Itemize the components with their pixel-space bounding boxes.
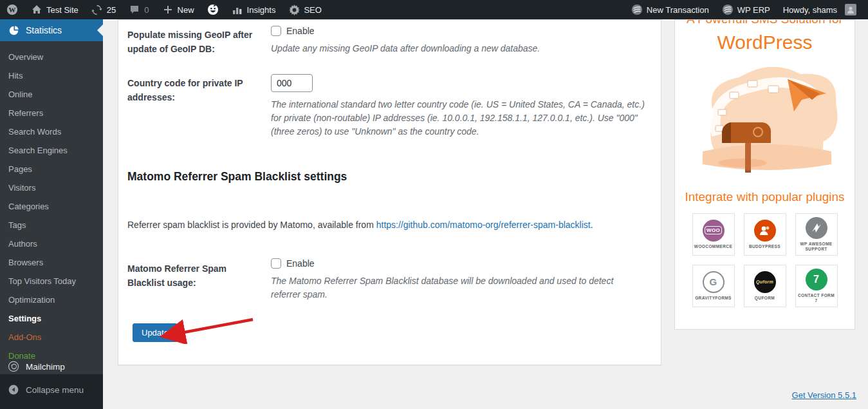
new-label: New bbox=[178, 5, 194, 15]
collapse-arrow-icon bbox=[8, 384, 19, 395]
geoip-enable-row: Enable bbox=[271, 26, 540, 36]
site-name-label: Test Site bbox=[46, 5, 78, 15]
plugin-grid: WOO WOOCOMMERCE BUDDYPRESS WP AWESOME SU… bbox=[675, 213, 854, 307]
wp-erp-label: WP ERP bbox=[737, 5, 770, 15]
sidebar-item-statistics[interactable]: Statistics bbox=[0, 19, 103, 41]
matomo-usage-field: Enable The Matomo Referrer Spam Blacklis… bbox=[271, 258, 644, 301]
seo-label: SEO bbox=[304, 5, 321, 15]
get-version-link[interactable]: Get Version 5.5.1 bbox=[792, 390, 856, 400]
geoip-enable-checkbox[interactable] bbox=[271, 26, 281, 36]
plugin-label: QUFORM bbox=[755, 296, 775, 301]
plugin-tile-gravityforms[interactable]: G GRAVITYFORMS bbox=[692, 265, 735, 307]
contact-form-7-logo-icon: 7 bbox=[806, 269, 827, 290]
sidebar-item-online[interactable]: Online bbox=[0, 85, 103, 104]
plugin-tile-buddypress[interactable]: BUDDYPRESS bbox=[744, 213, 786, 256]
mailchimp-icon bbox=[8, 361, 19, 372]
plugin-label: WOOCOMMERCE bbox=[694, 244, 732, 249]
wordpress-logo-icon: W bbox=[6, 4, 18, 15]
settings-card: Populate missing GeoIP after update of G… bbox=[118, 19, 661, 365]
plugin-tile-quform[interactable]: Quform QUFORM bbox=[744, 265, 786, 307]
statistics-submenu: Overview Hits Online Referrers Search Wo… bbox=[0, 41, 103, 374]
site-name-menu[interactable]: Test Site bbox=[24, 0, 85, 19]
plugin-tile-contact-form-7[interactable]: 7 CONTACT FORM 7 bbox=[795, 265, 838, 307]
gear-icon bbox=[288, 4, 300, 15]
home-icon bbox=[31, 4, 42, 15]
insights-menu[interactable]: Insights bbox=[225, 0, 282, 19]
wp-awesome-support-logo-icon bbox=[806, 217, 827, 239]
sidebar-item-pages[interactable]: Pages bbox=[0, 160, 103, 178]
plus-icon bbox=[162, 4, 174, 15]
howdy-label: Howdy, shams bbox=[783, 5, 837, 15]
sidebar-item-categories[interactable]: Categories bbox=[0, 197, 103, 216]
new-transaction-label: New Transaction bbox=[647, 5, 709, 15]
smiley-plugin-menu[interactable] bbox=[201, 0, 225, 19]
plugin-label: CONTACT FORM 7 bbox=[797, 293, 836, 304]
wordpress-logo-menu[interactable]: W bbox=[0, 0, 24, 19]
matomo-usage-description: The Matomo Referrer Spam Blacklist datab… bbox=[271, 274, 644, 301]
promo-headline-top: A Powerfull SMS Solution for bbox=[675, 20, 854, 26]
updates-menu[interactable]: 25 bbox=[85, 0, 122, 19]
sidebar-item-search-engines[interactable]: Search Engines bbox=[0, 141, 103, 160]
country-code-field: The international standard two letter co… bbox=[271, 74, 657, 138]
sidebar-item-browsers[interactable]: Browsers bbox=[0, 253, 103, 272]
comments-menu[interactable]: 0 bbox=[122, 0, 155, 19]
sidebar-item-search-words[interactable]: Search Words bbox=[0, 122, 103, 141]
sidebar-item-authors[interactable]: Authors bbox=[0, 234, 103, 253]
erp-swirl-icon bbox=[631, 4, 643, 15]
seo-menu[interactable]: SEO bbox=[282, 0, 328, 19]
geoip-populate-field: Enable Update any missing GeoIP data aft… bbox=[271, 26, 540, 55]
wp-erp-menu[interactable]: WP ERP bbox=[716, 0, 777, 19]
woocommerce-logo-icon: WOO bbox=[703, 220, 725, 242]
geoip-populate-label: Populate missing GeoIP after update of G… bbox=[127, 28, 263, 56]
admin-side-menu: Statistics Overview Hits Online Referrer… bbox=[0, 19, 103, 409]
sidebar-item-hits[interactable]: Hits bbox=[0, 66, 103, 85]
sidebar-item-optimization[interactable]: Optimization bbox=[0, 290, 103, 309]
buddypress-logo-icon bbox=[754, 220, 776, 242]
promo-headline-clip: A Powerfull SMS Solution for bbox=[675, 20, 854, 26]
matomo-usage-label: Matomo Referrer Spam Blacklist usage: bbox=[127, 262, 263, 290]
matomo-enable-label: Enable bbox=[286, 258, 315, 269]
sidebar-item-mailchimp[interactable]: Mailchimp bbox=[0, 355, 103, 378]
sidebar-item-referrers[interactable]: Referrers bbox=[0, 104, 103, 122]
plugin-tile-wp-awesome-support[interactable]: WP AWESOME SUPPORT bbox=[795, 213, 838, 256]
new-content-menu[interactable]: New bbox=[156, 0, 201, 19]
menu-bottom: Mailchimp Collapse menu bbox=[0, 355, 103, 401]
matomo-intro-text: Referrer spam blacklist is provided by M… bbox=[127, 220, 376, 230]
update-button[interactable]: Update bbox=[133, 323, 178, 342]
plugin-label: WP AWESOME SUPPORT bbox=[797, 242, 836, 252]
promo-banner[interactable]: A Powerfull SMS Solution for WordPress I… bbox=[674, 19, 855, 330]
collapse-menu-button[interactable]: Collapse menu bbox=[0, 378, 103, 401]
promo-integrate-heading: Integrate with popular plugins bbox=[675, 190, 854, 204]
pie-chart-icon bbox=[8, 24, 19, 36]
sidebar-item-overview[interactable]: Overview bbox=[0, 48, 103, 66]
matomo-section-heading: Matomo Referrer Spam Blacklist settings bbox=[127, 170, 347, 184]
plugin-label: BUDDYPRESS bbox=[749, 244, 780, 249]
svg-text:W: W bbox=[9, 6, 16, 14]
new-transaction-menu[interactable]: New Transaction bbox=[625, 0, 716, 19]
admin-bar-left: W Test Site 25 0 New bbox=[0, 0, 328, 19]
matomo-intro-period: . bbox=[591, 220, 593, 230]
matomo-blacklist-link[interactable]: https://github.com/matomo-org/referrer-s… bbox=[376, 220, 591, 230]
sidebar-item-add-ons[interactable]: Add-Ons bbox=[0, 328, 103, 347]
sidebar-item-visitors[interactable]: Visitors bbox=[0, 178, 103, 197]
sidebar-item-settings[interactable]: Settings bbox=[0, 309, 103, 328]
update-count: 25 bbox=[107, 5, 116, 15]
bar-chart-icon bbox=[232, 4, 243, 15]
plugin-tile-woocommerce[interactable]: WOO WOOCOMMERCE bbox=[692, 213, 735, 256]
gravityforms-logo-icon: G bbox=[703, 271, 725, 293]
sidebar-item-top-visitors-today[interactable]: Top Visitors Today bbox=[0, 272, 103, 290]
geoip-enable-label: Enable bbox=[286, 26, 315, 36]
geoip-populate-description: Update any missing GeoIP data after down… bbox=[271, 42, 540, 55]
mailbox-illustration bbox=[691, 61, 839, 184]
comment-icon bbox=[129, 4, 140, 15]
country-code-input[interactable] bbox=[271, 74, 313, 92]
account-menu[interactable]: Howdy, shams bbox=[777, 0, 863, 19]
sidebar-item-tags[interactable]: Tags bbox=[0, 216, 103, 234]
admin-bar-right: New Transaction WP ERP Howdy, shams bbox=[625, 0, 868, 19]
matomo-intro-paragraph: Referrer spam blacklist is provided by M… bbox=[127, 220, 593, 230]
plugin-label: GRAVITYFORMS bbox=[695, 296, 732, 301]
collapse-menu-label: Collapse menu bbox=[26, 385, 84, 395]
erp-swirl-icon bbox=[722, 4, 734, 15]
country-code-description: The international standard two letter co… bbox=[271, 98, 657, 138]
matomo-enable-checkbox[interactable] bbox=[271, 258, 281, 269]
